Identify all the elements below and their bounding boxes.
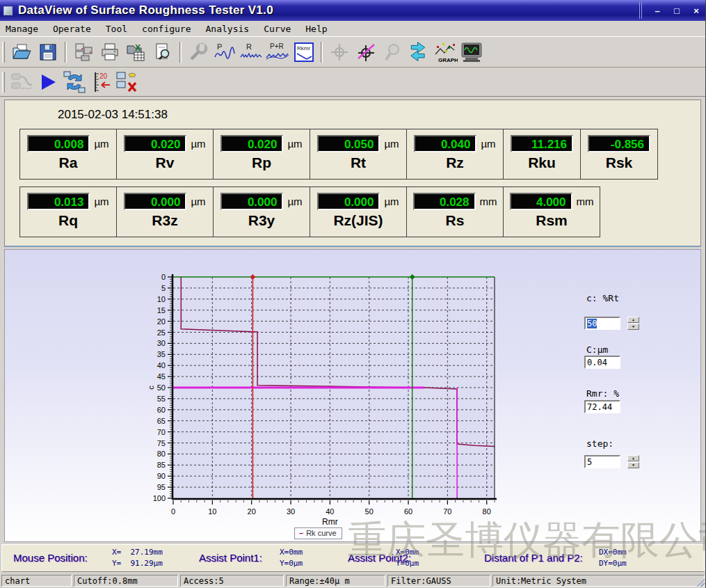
measurement-panel: 2015-02-03 14:51:38 0.008µm Ra 0.020µm R… bbox=[4, 100, 701, 247]
measurement-Rsk: -0.856 Rsk bbox=[580, 129, 658, 180]
assist-point1-label: Assist Point1: bbox=[199, 552, 262, 564]
step-spin-up-button[interactable]: ▲ bbox=[627, 455, 639, 461]
disconnect-button[interactable] bbox=[114, 70, 141, 95]
close-button[interactable]: × bbox=[691, 6, 702, 16]
swap-arrows-icon bbox=[408, 41, 430, 63]
data-transfer-button[interactable] bbox=[61, 70, 88, 95]
save-button[interactable] bbox=[35, 40, 61, 65]
RzJIS-unit: µm bbox=[384, 196, 399, 207]
r-curve-icon: R bbox=[239, 42, 263, 63]
database-icon bbox=[72, 42, 95, 63]
Rz-unit: µm bbox=[481, 138, 495, 150]
maximize-button[interactable]: □ bbox=[671, 6, 682, 16]
svg-text:45: 45 bbox=[157, 372, 166, 381]
export-excel-button[interactable]: X bbox=[123, 40, 150, 65]
status-filter: Filter:GAUSS bbox=[387, 575, 490, 587]
p-curve-button[interactable]: P bbox=[211, 40, 238, 65]
c-spin-down-button[interactable]: ▼ bbox=[627, 324, 639, 330]
measurement-Rz: 0.040µm Rz bbox=[406, 129, 504, 180]
mouse-position-values: X= 27.19mmY= 91.29µm bbox=[112, 547, 163, 569]
probe-button[interactable] bbox=[8, 70, 35, 95]
rk-curve-chart[interactable]: 0510152025303540455055606570758085909510… bbox=[5, 250, 533, 543]
calibration-button[interactable]: 20 bbox=[88, 70, 114, 95]
crosshair-button[interactable] bbox=[326, 40, 353, 65]
svg-text:80: 80 bbox=[157, 450, 166, 458]
svg-text:0: 0 bbox=[171, 507, 175, 516]
Rz-label: Rz bbox=[446, 154, 464, 171]
database-button[interactable] bbox=[70, 40, 97, 65]
Rz-display: 0.040 bbox=[414, 135, 476, 152]
open-button[interactable] bbox=[8, 40, 35, 65]
swap-curve-button[interactable] bbox=[406, 40, 432, 65]
svg-text:95: 95 bbox=[157, 483, 166, 491]
svg-text:X: X bbox=[135, 43, 141, 53]
menu-operate[interactable]: Operate bbox=[51, 23, 93, 35]
menu-tool[interactable]: Tool bbox=[104, 23, 129, 35]
pr-curve-button[interactable]: P+R bbox=[264, 40, 291, 65]
Rs-label: Rs bbox=[446, 212, 465, 229]
chart-legend: –Rk curve bbox=[294, 527, 342, 539]
rmr-percent-input[interactable]: 72.44 bbox=[584, 400, 620, 413]
menu-configure[interactable]: configure bbox=[141, 23, 192, 35]
status-bar: chart Cutoff:0.8mm Access:5 Range:±40µ m… bbox=[0, 573, 706, 588]
R3z-label: R3z bbox=[152, 212, 177, 229]
Ra-label: Ra bbox=[59, 154, 78, 171]
p-curve-icon: P bbox=[213, 42, 236, 63]
svg-text:20: 20 bbox=[99, 72, 108, 80]
step-spin-down-button[interactable]: ▼ bbox=[627, 462, 639, 468]
menu-analysis[interactable]: Analysis bbox=[204, 23, 251, 35]
measurement-Rt: 0.050µm Rt bbox=[310, 129, 407, 180]
start-measure-button[interactable] bbox=[35, 70, 61, 95]
app-window: DataView of Surface Roughness Tester V1.… bbox=[0, 0, 706, 588]
distance-p1-p2-values: DX=0mmDY=0µm bbox=[599, 547, 627, 569]
title-bar[interactable]: DataView of Surface Roughness Tester V1.… bbox=[0, 0, 706, 21]
svg-text:GRAPH: GRAPH bbox=[438, 57, 458, 63]
svg-text:55: 55 bbox=[157, 395, 166, 403]
measurement-Rsm: 4.000mm Rsm bbox=[503, 186, 600, 237]
c-spin-up-button[interactable]: ▲ bbox=[627, 317, 639, 323]
svg-text:50: 50 bbox=[157, 383, 166, 392]
r-curve-button[interactable]: R bbox=[238, 40, 264, 65]
minimize-button[interactable]: – bbox=[652, 6, 663, 16]
measurement-RzJIS: 0.000µm Rz(JIS) bbox=[310, 186, 407, 237]
rk-curve-button[interactable]: Rkmr bbox=[291, 40, 317, 65]
zoom-button[interactable] bbox=[379, 40, 406, 65]
measurement-Rku: 11.216 Rku bbox=[503, 129, 581, 180]
menu-curve[interactable]: Curve bbox=[262, 23, 292, 35]
crosshair-cancel-button[interactable] bbox=[353, 40, 379, 65]
assist-point2-values: X=0mmY=0µm bbox=[396, 547, 419, 569]
menu-help[interactable]: Help bbox=[304, 23, 328, 35]
settings-wrench-button[interactable] bbox=[185, 40, 211, 65]
Rsk-display: -0.856 bbox=[588, 135, 650, 152]
save-floppy-icon bbox=[38, 42, 58, 63]
print-button[interactable] bbox=[97, 40, 123, 65]
rk-analysis-controls: c: %Rt 50 ▲ ▼ C:µm 0.04 Rmr: % 72.44 ste… bbox=[577, 250, 698, 543]
Rt-label: Rt bbox=[351, 154, 366, 171]
C-um-input[interactable]: 0.04 bbox=[584, 356, 620, 369]
toolbar-separator bbox=[321, 42, 323, 63]
R3z-display: 0.000 bbox=[124, 193, 186, 210]
svg-text:70: 70 bbox=[443, 507, 451, 516]
R3y-display: 0.000 bbox=[220, 193, 283, 210]
rk-curve-icon: Rkmr bbox=[293, 41, 315, 63]
printer-icon bbox=[99, 42, 120, 63]
step-input[interactable]: 5 bbox=[584, 455, 620, 468]
print-preview-button[interactable] bbox=[150, 40, 176, 65]
Rq-display: 0.013 bbox=[27, 193, 90, 210]
transfer-arrows-icon bbox=[63, 70, 86, 94]
menu-manage[interactable]: Manage bbox=[4, 23, 40, 35]
c-percent-input[interactable]: 50 bbox=[584, 317, 620, 330]
measurement-row-1: 0.008µm Ra 0.020µm Rv 0.020µm Rp 0.050µm… bbox=[19, 129, 700, 180]
svg-text:R: R bbox=[246, 42, 252, 51]
oscilloscope-icon bbox=[460, 41, 483, 63]
svg-text:20: 20 bbox=[248, 507, 256, 516]
toolbar-grip[interactable] bbox=[2, 72, 5, 93]
toolbar-grip[interactable] bbox=[2, 42, 5, 63]
Rp-unit: µm bbox=[287, 138, 302, 150]
main-toolbar: X P bbox=[0, 37, 706, 67]
svg-text:Rmr: Rmr bbox=[322, 517, 338, 527]
oscilloscope-button[interactable] bbox=[458, 40, 485, 65]
rmr-percent-label: Rmr: % bbox=[586, 388, 619, 399]
Rs-unit: mm bbox=[480, 196, 497, 207]
graph-button[interactable]: GRAPH bbox=[432, 40, 458, 65]
